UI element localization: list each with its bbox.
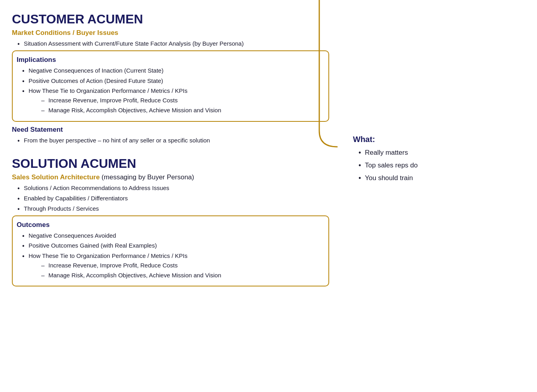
list-item: How These Tie to Organization Performanc… bbox=[21, 86, 322, 114]
list-item: Solutions / Action Recommendations to Ad… bbox=[16, 184, 329, 192]
sales-solution-subtitle: Sales Solution Architecture (messaging b… bbox=[12, 173, 329, 181]
list-item: Through Products / Services bbox=[16, 204, 329, 213]
bracket-svg bbox=[315, 0, 343, 155]
implications-sub-list: Increase Revenue, Improve Profit, Reduce… bbox=[29, 96, 322, 115]
outcomes-sub-list: Increase Revenue, Improve Profit, Reduce… bbox=[29, 261, 322, 280]
outcomes-heading: Outcomes bbox=[17, 221, 322, 229]
list-item: Top sales reps do bbox=[357, 161, 525, 170]
need-statement-list: From the buyer perspective – no hint of … bbox=[12, 136, 329, 145]
sales-solution-list: Solutions / Action Recommendations to Ad… bbox=[12, 184, 329, 213]
implications-heading: Implications bbox=[17, 56, 322, 64]
list-item: You should train bbox=[357, 173, 525, 183]
list-item: Positive Outcomes of Action (Desired Fut… bbox=[21, 77, 322, 85]
right-panel-heading: What: bbox=[353, 135, 525, 144]
implications-list: Negative Consequences of Inaction (Curre… bbox=[17, 66, 322, 115]
list-item: Positive Outcomes Gained (with Real Exam… bbox=[21, 241, 322, 250]
right-column: What: Really matters Top sales reps do Y… bbox=[337, 8, 525, 290]
implications-box: Implications Negative Consequences of In… bbox=[12, 50, 329, 122]
list-item: Situation Assessment with Current/Future… bbox=[16, 39, 329, 48]
list-item: Negative Consequences Avoided bbox=[21, 231, 322, 240]
solution-acumen-title: SOLUTION ACUMEN bbox=[12, 156, 329, 171]
list-item: Enabled by Capabilities / Differentiator… bbox=[16, 194, 329, 203]
market-conditions-subtitle: Market Conditions / Buyer Issues bbox=[12, 29, 329, 37]
need-statement-heading: Need Statement bbox=[12, 126, 329, 134]
list-item: From the buyer perspective – no hint of … bbox=[16, 136, 329, 145]
sub-list-item: Increase Revenue, Improve Profit, Reduce… bbox=[40, 261, 322, 270]
customer-acumen-title: CUSTOMER ACUMEN bbox=[12, 12, 329, 27]
sub-list-item: Increase Revenue, Improve Profit, Reduce… bbox=[40, 96, 322, 105]
main-layout: CUSTOMER ACUMEN Market Conditions / Buye… bbox=[12, 8, 525, 290]
market-conditions-list: Situation Assessment with Current/Future… bbox=[12, 39, 329, 48]
sub-list-item: Manage Risk, Accomplish Objectives, Achi… bbox=[40, 271, 322, 280]
right-panel-list: Really matters Top sales reps do You sho… bbox=[353, 148, 525, 183]
list-item: Really matters bbox=[357, 148, 525, 158]
list-item: How These Tie to Organization Performanc… bbox=[21, 252, 322, 279]
sub-list-item: Manage Risk, Accomplish Objectives, Achi… bbox=[40, 106, 322, 115]
list-item: Negative Consequences of Inaction (Curre… bbox=[21, 66, 322, 75]
outcomes-list: Negative Consequences Avoided Positive O… bbox=[17, 231, 322, 280]
outcomes-box: Outcomes Negative Consequences Avoided P… bbox=[12, 215, 329, 287]
left-column: CUSTOMER ACUMEN Market Conditions / Buye… bbox=[12, 8, 337, 290]
